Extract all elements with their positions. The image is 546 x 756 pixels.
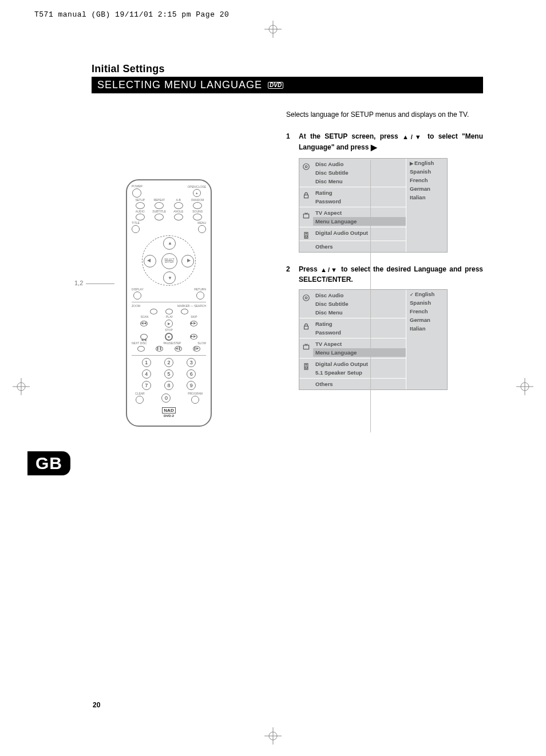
disc-icon — [299, 291, 313, 302]
title-label: TITLE — [132, 222, 140, 225]
svg-point-17 — [305, 235, 307, 238]
menu-label: MENU — [197, 222, 206, 225]
program-button-icon — [191, 396, 199, 404]
menu-item: Menu Language — [313, 348, 406, 357]
menu-option: Italian — [407, 193, 446, 202]
menu-option: French — [407, 307, 446, 316]
step-2-number: 2 — [286, 264, 293, 285]
scan-prev-icon: |◀◀ — [140, 334, 148, 340]
program-label: PROGRAM — [188, 392, 203, 395]
random-button-icon — [193, 202, 202, 209]
menu-item: Menu Language — [313, 217, 406, 226]
svg-rect-14 — [304, 195, 308, 198]
num-2-button-icon: 2 — [164, 358, 173, 367]
skip-next-icon: ▶▶| — [190, 334, 197, 340]
svg-point-18 — [306, 233, 307, 234]
menu-item: Password — [313, 328, 406, 337]
select-enter-button-icon: SELECT ENTER — [161, 253, 177, 269]
zoom-label: ZOOM — [132, 305, 140, 308]
num-0-button-icon: 0 — [161, 393, 171, 403]
random-label: RANDOM — [191, 199, 204, 202]
setup-button-icon — [136, 202, 145, 209]
setup-menu-screenshot-2: Disc AudioDisc SubtitleDisc MenuRatingPa… — [299, 289, 448, 390]
menu-item: Others — [313, 242, 406, 251]
sound-label: SOUND — [192, 210, 203, 213]
subtitle-button-icon — [155, 214, 164, 220]
slow-back-icon: ◀❚ — [175, 346, 182, 352]
crop-mark-top — [264, 21, 282, 38]
zoom-button-icon — [150, 309, 157, 314]
menu-item: Rating — [313, 188, 406, 197]
title-button-icon — [132, 225, 140, 233]
step-1-text-a: At the SETUP screen, press — [299, 132, 402, 140]
ab-button-icon — [174, 202, 183, 209]
svg-point-19 — [303, 295, 310, 301]
menu-option: Italian — [407, 324, 446, 333]
up-down-arrows-icon: ▲/▼ — [321, 266, 338, 273]
step-1: 1 At the SETUP screen, press ▲/▼ to sele… — [286, 131, 483, 153]
marker-search-label: MARKER — SEARCH — [177, 305, 206, 308]
column-divider — [370, 160, 371, 432]
step-2: 2 Press ▲/▼ to select the desired Langua… — [286, 264, 483, 285]
menu-option: German — [407, 184, 446, 193]
scan-back-icon: ◀◀ — [140, 321, 148, 326]
svg-point-24 — [305, 367, 307, 369]
ab-label: A-B — [176, 199, 181, 202]
crop-mark-right — [516, 378, 533, 395]
stop-label: STOP — [165, 329, 173, 332]
crop-mark-left — [13, 378, 30, 395]
tv-icon — [299, 208, 313, 219]
tv-icon — [299, 340, 313, 351]
menu-option: French — [407, 176, 446, 184]
speaker-icon — [299, 360, 313, 371]
power-label: POWER — [132, 185, 143, 188]
model-label: DVD-2 — [132, 414, 206, 418]
page-number: 20 — [93, 701, 100, 709]
blank-icon — [299, 380, 313, 383]
pausestep-label: PAUSE/STEP — [163, 342, 181, 345]
clear-label: CLEAR — [135, 392, 145, 395]
menu-item: Disc Audio — [313, 291, 406, 300]
blank-icon — [299, 242, 313, 245]
svg-point-20 — [305, 297, 307, 299]
svg-rect-21 — [304, 326, 308, 329]
step-2-body: Press ▲/▼ to select the desired Language… — [299, 264, 483, 285]
lock-icon — [299, 188, 313, 199]
svg-point-13 — [305, 166, 307, 168]
step-1-body: At the SETUP screen, press ▲/▼ to select… — [299, 131, 483, 153]
repeat-label: REPEAT — [153, 199, 165, 202]
menu-item: 5.1 Speaker Setup — [313, 368, 406, 377]
menu-item: Rating — [313, 320, 406, 328]
return-label: RETURN — [194, 288, 206, 291]
play-label: PLAY — [166, 316, 173, 318]
disc-icon — [299, 160, 313, 171]
nextdisc-button-icon — [137, 346, 145, 352]
brand-logo: NAD — [162, 407, 175, 414]
remote-control-diagram: POWER OPEN/CLOSE▲ SETUP REPEAT A-B RANDO… — [126, 179, 212, 427]
menu-option: ✓English — [407, 290, 446, 298]
section-title: Initial Settings — [92, 63, 483, 75]
skip-label: SKIP — [191, 316, 197, 318]
subtitle-label: SUBTITLE — [152, 210, 166, 213]
number-pad: 1 2 3 4 5 6 7 8 9 — [137, 358, 200, 390]
menu-item: TV Aspect — [313, 208, 406, 217]
slow-fwd-icon: ❚▶ — [193, 346, 200, 352]
audio-label: AUDIO — [136, 210, 145, 213]
angle-label: ANGLE — [173, 210, 183, 213]
subsection-title: SELECTING MENU LANGUAGE — [97, 79, 262, 91]
menu-option: German — [407, 316, 446, 324]
speaker-icon — [299, 229, 313, 239]
dvd-badge-icon: DVD — [268, 82, 283, 89]
nextdisc-label: NEXT DISC — [132, 342, 147, 345]
num-3-button-icon: 3 — [187, 358, 196, 367]
up-down-arrows-icon: ▲/▼ — [402, 133, 424, 140]
scan-label: SCAN — [140, 316, 148, 318]
right-arrow-icon: ▶ — [371, 143, 377, 152]
svg-point-12 — [303, 164, 310, 170]
repeat-button-icon — [155, 202, 164, 209]
menu-item: Disc Subtitle — [313, 300, 406, 308]
svg-point-25 — [306, 364, 307, 365]
crop-mark-bottom — [264, 727, 282, 745]
num-8-button-icon: 8 — [164, 381, 173, 390]
audio-button-icon — [136, 214, 145, 220]
